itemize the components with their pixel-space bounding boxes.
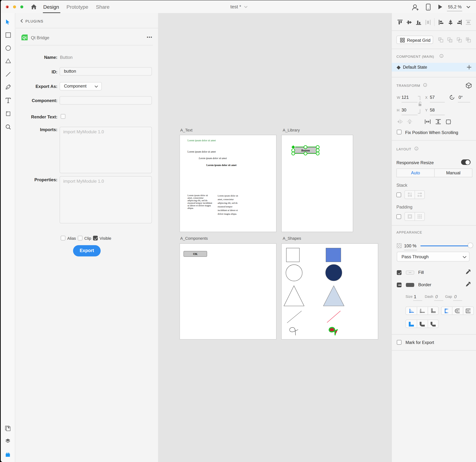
svg-text:Qt: Qt	[22, 35, 26, 40]
